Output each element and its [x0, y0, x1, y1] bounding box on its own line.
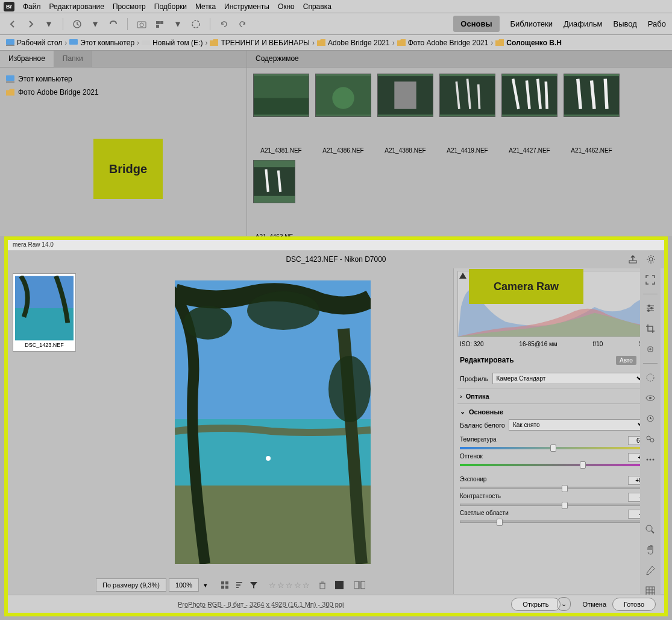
workspace-libraries[interactable]: Библиотеки [510, 19, 553, 28]
boomerang-icon[interactable] [107, 17, 120, 31]
menu-file[interactable]: Файл [23, 2, 41, 11]
refine-dropdown[interactable]: ▾ [171, 17, 184, 31]
forward-button[interactable] [24, 17, 37, 31]
cancel-button[interactable]: Отмена [583, 601, 606, 608]
sampler-icon[interactable] [644, 564, 657, 577]
slider-exposure[interactable]: Экспонир+0.23 [460, 474, 658, 491]
menubar: Br Файл Редактирование Просмотр Подборки… [0, 0, 672, 13]
zoom-fit-button[interactable]: По размеру (9,3%) [96, 578, 166, 592]
workspace-more[interactable]: Рабо [648, 19, 666, 28]
wb-select[interactable]: Как снято [509, 419, 646, 431]
compare-icon[interactable] [354, 581, 365, 589]
wb-label: Баланс белого [460, 422, 505, 429]
mask-icon[interactable] [644, 371, 657, 384]
rotate-cw-icon[interactable] [236, 17, 249, 31]
breadcrumb-item[interactable]: Солощенко В.Н [506, 39, 562, 47]
thumbnail-item[interactable]: A21_4388.NEF [377, 74, 433, 154]
menu-help[interactable]: Справка [303, 2, 331, 11]
camera-raw-window: mera Raw 14.0 DSC_1423.NEF - Nikon D7000… [4, 236, 668, 616]
slider-contrast[interactable]: Контрастность+7 [460, 491, 658, 508]
svg-rect-14 [254, 98, 309, 115]
breadcrumb-item[interactable]: Adobe Bridge 2021 [328, 39, 390, 47]
svg-point-67 [647, 374, 654, 381]
zoom-icon[interactable] [644, 523, 657, 536]
menu-edit[interactable]: Редактирование [49, 2, 104, 11]
open-dropdown[interactable]: ⌄ [557, 597, 571, 611]
rating-stars[interactable]: ☆☆☆☆☆ [269, 581, 310, 590]
grid-view-icon[interactable] [221, 581, 229, 589]
breadcrumb-item[interactable]: Рабочий стол [17, 39, 62, 47]
snapshot-icon[interactable] [644, 412, 657, 425]
tab-favorites[interactable]: Избранное [0, 51, 54, 67]
refine-icon[interactable] [153, 17, 166, 31]
filmstrip-thumb[interactable]: DSC_1423.NEF [13, 273, 76, 352]
hand-icon[interactable] [644, 543, 657, 557]
auto-button[interactable]: Авто [616, 356, 636, 365]
workspace-essentials[interactable]: Основы [453, 16, 499, 32]
favorites-item-computer[interactable]: Этот компьютер [6, 72, 240, 86]
output-info[interactable]: ProPhoto RGB - 8 бит - 3264 x 4928 (16,1… [16, 601, 505, 608]
menu-view[interactable]: Просмотр [113, 2, 146, 11]
slider-highlights[interactable]: Светлые области-64 [460, 508, 658, 525]
profile-select[interactable]: Камера Стандарт [492, 373, 645, 384]
workspace-output[interactable]: Вывод [614, 19, 637, 28]
section-optics[interactable]: › Оптика ◉ [460, 392, 658, 400]
svg-rect-18 [394, 81, 416, 109]
preview-image[interactable] [175, 280, 371, 564]
sort-icon[interactable] [235, 581, 243, 589]
svg-point-63 [648, 305, 650, 307]
thumbnail-item[interactable]: A21_4419.NEF [439, 74, 495, 154]
preview-area: По размеру (9,3%) 100% ▾ ☆☆☆☆☆ [92, 268, 453, 594]
crop-icon[interactable] [644, 322, 657, 335]
forward-dropdown[interactable]: ▾ [42, 17, 55, 31]
svg-point-48 [184, 306, 232, 340]
trash-icon[interactable] [318, 581, 327, 589]
tab-folders[interactable]: Папки [54, 51, 92, 67]
export-icon[interactable] [628, 255, 638, 264]
redeye-icon[interactable] [644, 391, 657, 405]
preset-icon[interactable] [644, 432, 657, 446]
filter-icon[interactable] [250, 581, 258, 589]
shadow-clip-icon[interactable] [459, 273, 466, 280]
thumbnail-item[interactable]: A21_4463.NE [253, 160, 295, 240]
aperture-icon[interactable] [189, 17, 203, 31]
thumbnail-item[interactable]: A21_4386.NEF [315, 74, 371, 154]
svg-rect-9 [69, 39, 78, 45]
section-basic[interactable]: ⌄ Основные ◉ [460, 408, 658, 416]
breadcrumb: Рабочий стол › Этот компьютер › Новый то… [0, 35, 672, 51]
camera-icon[interactable] [135, 17, 148, 31]
svg-point-6 [192, 21, 199, 28]
recent-button[interactable] [71, 17, 84, 31]
fullscreen-icon[interactable] [644, 273, 657, 286]
rotate-ccw-icon[interactable] [218, 17, 231, 31]
svg-rect-22 [254, 167, 295, 196]
zoom-dropdown[interactable]: ▾ [201, 580, 210, 590]
slider-temperature[interactable]: Температура6350 [460, 434, 658, 451]
svg-point-69 [649, 397, 652, 399]
breadcrumb-item[interactable]: Этот компьютер [80, 39, 134, 47]
thumbnail-item[interactable]: A21_4427.NEF [501, 74, 557, 154]
menu-stacks[interactable]: Подборки [154, 2, 187, 11]
open-button[interactable]: Открыть [511, 598, 560, 611]
heal-icon[interactable] [644, 343, 657, 356]
workspace-filmstrip[interactable]: Диафильм [564, 19, 603, 28]
window-titlebar: mera Raw 14.0 [8, 240, 664, 250]
edit-sliders-icon[interactable] [644, 302, 657, 315]
recent-dropdown[interactable]: ▾ [89, 17, 102, 31]
thumbnail-item[interactable]: A21_4462.NEF [564, 74, 620, 154]
breadcrumb-item[interactable]: Новый том (E:) [152, 39, 203, 47]
more-icon[interactable] [644, 453, 657, 466]
thumbnail-item[interactable]: A21_4381.NEF [253, 74, 309, 154]
color-label-icon[interactable] [335, 581, 344, 589]
breadcrumb-item[interactable]: Фото Adobe Bridge 2021 [408, 39, 489, 47]
gear-icon[interactable] [646, 255, 656, 264]
menu-window[interactable]: Окно [278, 2, 295, 11]
favorites-item-folder[interactable]: Фото Adobe Bridge 2021 [6, 86, 240, 99]
menu-label[interactable]: Метка [195, 2, 216, 11]
zoom-100-button[interactable]: 100% [169, 578, 199, 592]
done-button[interactable]: Готово [612, 598, 656, 611]
slider-tint[interactable]: Оттенок+27 [460, 451, 658, 468]
breadcrumb-item[interactable]: ТРЕНИНГИ И ВЕБИНАРЫ [221, 39, 310, 47]
menu-tools[interactable]: Инструменты [224, 2, 269, 11]
back-button[interactable] [6, 17, 19, 31]
